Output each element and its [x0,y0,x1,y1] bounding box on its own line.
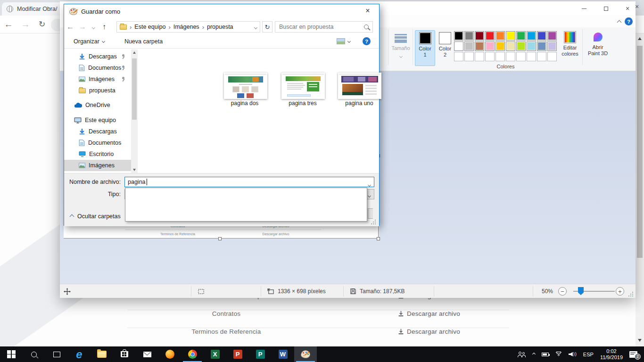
palette-swatch[interactable] [475,41,484,51]
sidebar-item-documentos[interactable]: Documentos [64,62,131,74]
scroll-up-icon[interactable] [133,51,136,54]
minimize-button[interactable] [574,1,594,16]
palette-swatch-empty[interactable] [475,52,484,61]
dialog-help-button[interactable]: ? [363,37,371,45]
file-thumbnail-pagina-uno[interactable] [338,73,381,99]
sidebar-item-imagenes[interactable]: Imágenes [64,74,131,85]
palette-swatch[interactable] [537,31,546,41]
palette-swatch-empty[interactable] [547,52,557,61]
palette-swatch-empty[interactable] [537,52,546,61]
palette-swatch[interactable] [485,31,495,41]
nav-back-icon[interactable]: ← [64,23,76,31]
help-button[interactable]: ? [625,17,633,25]
file-name[interactable]: pagina dos [216,100,273,107]
people-button[interactable] [514,346,529,362]
scroll-down-icon[interactable] [638,339,642,342]
edit-colors-button[interactable]: Editarcolores [559,31,581,57]
color1-button[interactable]: Color1 [415,30,435,66]
firefox-button[interactable] [158,346,181,362]
sidebar-item-onedrive[interactable]: OneDrive [64,99,131,111]
resize-handle[interactable] [377,237,380,240]
file-name[interactable]: pagina tres [274,100,331,107]
palette-swatch[interactable] [464,31,474,41]
mail-button[interactable] [136,346,158,362]
edge-button[interactable]: e [68,346,91,362]
sidebar-item-escritorio[interactable]: Escritorio [64,148,131,160]
palette-swatch[interactable] [506,41,515,51]
dialog-resize-grip[interactable] [371,219,376,224]
maximize-button[interactable] [595,1,616,16]
publisher-button[interactable]: P [249,346,272,362]
palette-swatch[interactable] [537,41,546,51]
sidebar-item-documentos-pc[interactable]: Documentos [64,137,131,148]
file-explorer-button[interactable] [91,346,113,362]
task-view-button[interactable] [45,346,68,362]
browser-back-icon[interactable]: ← [0,19,17,30]
palette-swatch-empty[interactable] [506,52,515,61]
zoom-out-button[interactable]: − [558,284,567,298]
palette-swatch-empty[interactable] [464,52,474,61]
window-resize-grip[interactable] [628,291,634,296]
scroll-down-icon[interactable] [133,169,136,171]
powerpoint-button[interactable]: P [226,346,249,362]
paint-button[interactable] [294,346,317,362]
dialog-close-button[interactable]: × [357,4,378,17]
palette-swatch-empty[interactable] [485,52,495,61]
color2-button[interactable]: Color2 [436,30,454,66]
palette-swatch-empty[interactable] [527,52,536,61]
excel-button[interactable]: X [204,346,226,362]
action-center-button[interactable]: 2 [626,346,644,362]
organize-button[interactable]: Organizar [74,38,105,45]
search-box[interactable]: Buscar en propuesta [275,21,373,33]
download-link[interactable]: Descargar archivo [387,328,471,335]
palette-swatch[interactable] [495,31,505,41]
browser-reload-icon[interactable]: ↻ [34,19,50,29]
download-link[interactable]: Descargar archivo [387,310,471,317]
palette-swatch-empty[interactable] [495,52,505,61]
clock[interactable]: 0:0211/9/2019 [597,346,626,362]
palette-swatch-empty[interactable] [516,52,526,61]
palette-swatch[interactable] [527,31,536,41]
zoom-slider-handle[interactable] [578,287,584,295]
tray-overflow-button[interactable] [529,346,538,362]
file-name[interactable]: pagina uno [331,100,388,107]
palette-swatch[interactable] [454,41,463,51]
start-button[interactable] [0,346,23,362]
sidebar-item-este-equipo[interactable]: Este equipo [64,115,131,126]
nav-history-chevron-icon[interactable] [89,24,98,30]
network-indicator[interactable] [552,346,565,362]
language-indicator[interactable]: ESP [580,346,597,362]
store-button[interactable] [113,346,136,362]
breadcrumb-item[interactable]: propuesta [207,24,233,30]
scrollbar-thumb[interactable] [132,58,137,120]
sidebar-item-propuesta[interactable]: propuesta [64,85,131,96]
word-button[interactable]: W [272,346,294,362]
breadcrumb-dropdown-icon[interactable] [255,24,257,30]
filename-autocomplete-dropdown[interactable] [125,188,367,222]
zoom-slider[interactable] [573,291,615,292]
breadcrumb-item[interactable]: Este equipo [134,24,165,30]
refresh-button[interactable]: ↻ [262,21,272,33]
palette-swatch[interactable] [547,41,557,51]
views-button[interactable] [337,38,350,44]
sidebar-scrollbar[interactable] [131,49,138,173]
sidebar-item-descargas-pc[interactable]: Descargas [64,126,131,137]
zoom-in-button[interactable]: + [616,284,624,298]
nav-up-icon[interactable]: ↑ [98,23,110,31]
hide-folders-button[interactable]: Ocultar carpetas [70,213,121,220]
search-button[interactable] [23,346,45,362]
palette-swatch[interactable] [547,31,557,41]
close-button[interactable]: × [617,1,638,16]
battery-indicator[interactable] [538,346,552,362]
browser-scrollbar[interactable] [636,33,644,346]
palette-swatch[interactable] [495,41,505,51]
file-thumbnail-pagina-tres[interactable] [281,73,325,99]
chevron-down-icon[interactable] [368,192,371,198]
chrome-button[interactable] [181,346,204,362]
collapse-ribbon-icon[interactable] [617,20,622,25]
scroll-up-icon[interactable] [638,37,642,40]
palette-swatch[interactable] [527,41,536,51]
sidebar-item-descargas[interactable]: Descargas [64,51,131,62]
palette-swatch[interactable] [516,31,526,41]
palette-swatch[interactable] [454,31,463,41]
